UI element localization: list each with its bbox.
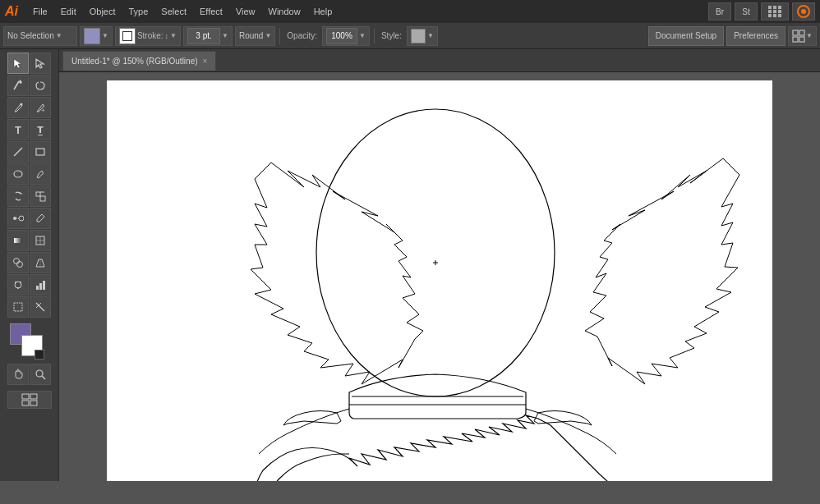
svg-rect-44 [43, 281, 45, 290]
arrange-chevron: ▼ [806, 32, 813, 39]
svg-rect-8 [778, 14, 781, 17]
bridge-icon-btn[interactable]: Br [708, 2, 731, 21]
document-tab[interactable]: Untitled-1* @ 150% (RGB/Outline) × [62, 51, 216, 71]
stroke-style-container[interactable]: Round ▼ [235, 26, 275, 46]
options-toolbar: No Selection ▼ ▼ Stroke: ↕ ▼ ▼ Round ▼ O… [0, 23, 820, 49]
tool-row-bottom [7, 391, 52, 409]
add-anchor-tool[interactable]: + [30, 97, 51, 118]
style-chevron: ▼ [427, 32, 434, 39]
canvas-area: Untitled-1* @ 150% (RGB/Outline) × [59, 49, 820, 481]
svg-point-28 [19, 216, 24, 221]
left-toolbar: + T T̲ [0, 49, 59, 481]
tool-row-4: T T̲ [7, 119, 51, 140]
lasso-tool[interactable] [30, 75, 51, 96]
svg-rect-7 [773, 14, 776, 17]
blend-tool[interactable] [7, 208, 29, 229]
canvas-viewport[interactable] [59, 72, 820, 481]
scale-tool[interactable] [30, 186, 51, 207]
slice-tool[interactable] [30, 296, 51, 318]
stroke-chevron: ▼ [170, 32, 177, 39]
shape-builder-tool[interactable] [7, 252, 29, 273]
svg-rect-6 [768, 14, 772, 17]
mesh-tool[interactable] [30, 230, 51, 251]
tool-row-8 [7, 208, 51, 229]
arrange-icon [792, 30, 805, 43]
opacity-input[interactable] [326, 28, 357, 44]
menu-right-icons: Br St [708, 2, 815, 21]
menu-file[interactable]: File [26, 0, 54, 23]
menu-help[interactable]: Help [307, 0, 339, 23]
svg-point-48 [36, 370, 43, 377]
tool-row-3: + [7, 97, 51, 118]
stroke-swatch[interactable] [119, 28, 136, 44]
pencil-tool[interactable] [30, 163, 51, 185]
svg-rect-13 [793, 37, 798, 42]
tool-row-10 [7, 252, 51, 273]
color-swatches-area [7, 323, 53, 360]
menu-select[interactable]: Select [154, 0, 193, 23]
stroke-weight-container: ▼ [183, 26, 233, 46]
line-segment-tool[interactable] [7, 141, 29, 163]
document-tab-bar: Untitled-1* @ 150% (RGB/Outline) × [59, 49, 820, 72]
opacity-chevron: ▼ [359, 32, 366, 39]
artboards-icon [21, 393, 38, 406]
opacity-container[interactable]: ▼ [322, 26, 370, 46]
arrange-icons[interactable]: ▼ [788, 26, 817, 46]
svg-rect-51 [30, 394, 37, 399]
fill-swatch-container[interactable]: ▼ [80, 26, 113, 46]
rectangle-tool[interactable] [30, 141, 51, 163]
menu-object[interactable]: Object [83, 0, 122, 23]
eyedropper-tool[interactable] [30, 208, 51, 229]
edit-artboards-tool[interactable] [7, 391, 52, 409]
preferences-button[interactable]: Preferences [726, 26, 785, 46]
zoom-tool[interactable] [30, 364, 51, 385]
menu-view[interactable]: View [229, 0, 262, 23]
app-logo: Ai [5, 4, 18, 19]
stock-icon-btn[interactable]: St [735, 2, 758, 21]
fill-chevron: ▼ [102, 32, 108, 39]
svg-text:+: + [41, 107, 45, 113]
svg-point-41 [17, 287, 19, 289]
stroke-style-label: Round [239, 31, 263, 40]
magic-wand-tool[interactable] [7, 75, 29, 96]
stroke-weight-input[interactable] [187, 28, 220, 44]
artboard-tool[interactable] [7, 296, 29, 318]
column-graph-tool[interactable] [30, 274, 51, 296]
direct-select-tool[interactable] [30, 53, 51, 74]
artboard [107, 80, 772, 481]
reset-colors-btn[interactable] [35, 350, 44, 360]
menu-edit[interactable]: Edit [54, 0, 83, 23]
circuit-icon-btn[interactable] [792, 2, 815, 21]
style-swatch [411, 29, 426, 44]
symbol-sprayer-tool[interactable] [7, 274, 29, 296]
tool-row-extra [7, 364, 51, 385]
stroke-container: Stroke: ↕ ▼ [115, 26, 181, 46]
svg-line-49 [42, 376, 45, 379]
fill-swatch[interactable] [84, 28, 100, 44]
svg-rect-50 [22, 394, 29, 399]
tab-close-button[interactable]: × [203, 57, 208, 66]
ellipse-tool[interactable] [7, 163, 29, 185]
menu-type[interactable]: Type [122, 0, 155, 23]
vertical-type-tool[interactable]: T̲ [30, 119, 51, 140]
svg-rect-0 [768, 6, 772, 9]
perspective-tool[interactable] [30, 252, 51, 273]
menu-effect[interactable]: Effect [193, 0, 229, 23]
svg-marker-15 [14, 59, 21, 68]
document-setup-button[interactable]: Document Setup [648, 26, 725, 46]
svg-rect-5 [778, 10, 781, 13]
type-tool[interactable]: T [7, 119, 29, 140]
rotate-tool[interactable] [7, 186, 29, 207]
svg-line-21 [14, 148, 22, 156]
style-swatch-container[interactable]: ▼ [407, 26, 438, 46]
tool-row-2 [7, 75, 51, 96]
selection-chevron: ▼ [56, 32, 62, 39]
selection-tool[interactable] [7, 53, 29, 74]
gradient-tool[interactable] [7, 230, 29, 251]
selection-dropdown[interactable]: No Selection ▼ [3, 26, 77, 46]
menu-window[interactable]: Window [262, 0, 307, 23]
hand-tool[interactable] [7, 364, 29, 385]
tool-row-12 [7, 296, 51, 318]
pen-tool[interactable] [7, 97, 29, 118]
apps-icon-btn[interactable] [761, 2, 789, 21]
